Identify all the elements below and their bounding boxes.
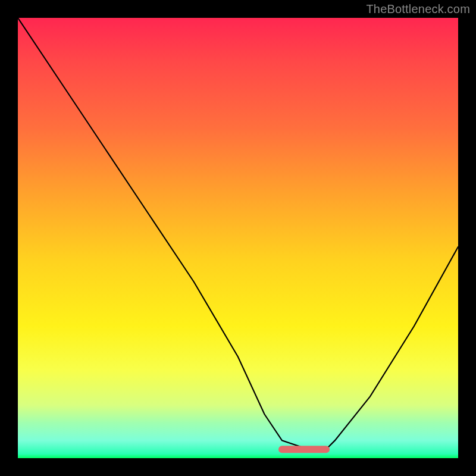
chart-plot-area <box>18 18 458 458</box>
watermark-text: TheBottleneck.com <box>366 2 470 16</box>
chart-curve-line <box>18 18 458 449</box>
chart-svg <box>18 18 458 458</box>
